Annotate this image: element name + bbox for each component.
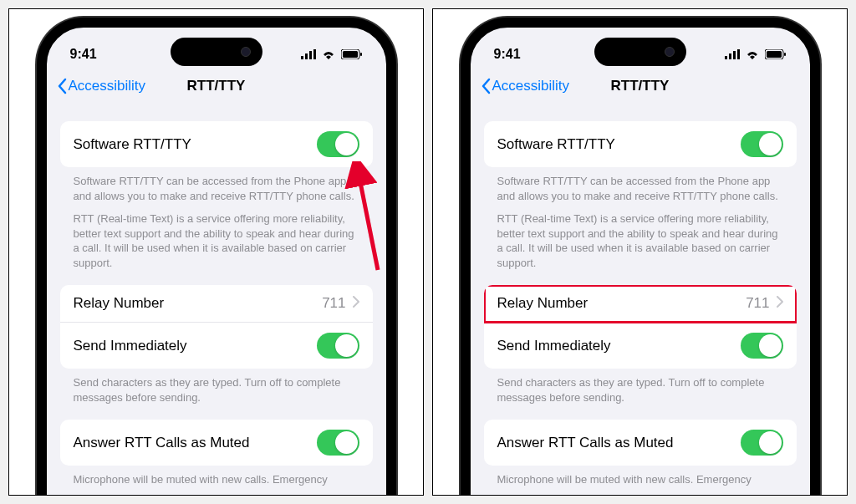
signal-icon — [301, 49, 316, 59]
dynamic-island — [594, 38, 686, 66]
relay-number-value: 711 — [322, 295, 345, 312]
battery-icon — [765, 49, 787, 59]
chevron-right-icon — [353, 296, 359, 311]
send-immediately-label: Send Immediately — [497, 338, 611, 354]
svg-rect-6 — [360, 53, 362, 56]
svg-rect-14 — [784, 53, 786, 56]
chevron-right-icon — [777, 296, 783, 311]
svg-rect-0 — [301, 56, 303, 59]
send-immediately-row[interactable]: Send Immediately — [60, 323, 373, 369]
software-rtt-row[interactable]: Software RTT/TTY — [484, 121, 797, 167]
send-immediately-label: Send Immediately — [74, 338, 187, 354]
relay-number-label: Relay Number — [74, 295, 165, 312]
chevron-left-icon — [481, 78, 491, 94]
svg-rect-13 — [767, 51, 782, 58]
svg-rect-1 — [305, 53, 308, 59]
relay-number-label: Relay Number — [497, 295, 588, 312]
time: 9:41 — [70, 47, 97, 62]
nav-bar: Accessibility RTT/TTY — [471, 69, 810, 106]
software-rtt-label: Software RTT/TTY — [497, 136, 615, 153]
relay-number-row[interactable]: Relay Number 711 — [484, 285, 797, 323]
answer-muted-footer: Microphone will be muted with new calls.… — [484, 466, 797, 487]
wifi-icon — [321, 49, 336, 59]
answer-muted-toggle[interactable] — [317, 430, 359, 456]
software-rtt-row[interactable]: Software RTT/TTY — [60, 121, 373, 167]
answer-muted-footer: Microphone will be muted with new calls.… — [60, 466, 373, 487]
chevron-left-icon — [57, 78, 67, 94]
time: 9:41 — [494, 47, 521, 62]
page-title: RTT/TTY — [187, 78, 246, 94]
svg-rect-2 — [309, 51, 312, 59]
dynamic-island — [171, 38, 262, 66]
send-immediately-toggle[interactable] — [741, 333, 783, 359]
software-rtt-toggle[interactable] — [741, 131, 783, 157]
software-rtt-toggle[interactable] — [317, 131, 359, 157]
svg-rect-10 — [733, 51, 736, 59]
signal-icon — [725, 49, 740, 59]
svg-rect-11 — [737, 49, 740, 59]
back-label: Accessibility — [69, 78, 146, 94]
software-rtt-label: Software RTT/TTY — [74, 136, 191, 153]
send-immediately-row[interactable]: Send Immediately — [484, 323, 797, 369]
back-button[interactable]: Accessibility — [481, 78, 570, 94]
wifi-icon — [745, 49, 760, 59]
svg-rect-9 — [729, 53, 731, 59]
back-button[interactable]: Accessibility — [57, 78, 146, 94]
answer-muted-row[interactable]: Answer RTT Calls as Muted — [484, 420, 797, 466]
relay-number-value: 711 — [746, 295, 769, 312]
svg-rect-3 — [313, 49, 316, 59]
phone-right: 9:41 Accessibility RTT/TTY Software RTT/… — [461, 18, 820, 496]
back-label: Accessibility — [492, 78, 570, 94]
svg-rect-5 — [343, 51, 358, 58]
send-immediately-footer: Send characters as they are typed. Turn … — [60, 369, 373, 405]
phone-left: 9:41 Accessibility RTT/TTY Software RTT/… — [37, 18, 396, 496]
software-rtt-footer: Software RTT/TTY can be accessed from th… — [484, 167, 797, 270]
page-title: RTT/TTY — [611, 78, 670, 94]
battery-icon — [341, 49, 363, 59]
answer-muted-label: Answer RTT Calls as Muted — [74, 435, 250, 451]
answer-muted-label: Answer RTT Calls as Muted — [497, 435, 674, 451]
send-immediately-toggle[interactable] — [317, 333, 359, 359]
nav-bar: Accessibility RTT/TTY — [47, 69, 386, 106]
answer-muted-toggle[interactable] — [741, 430, 783, 456]
answer-muted-row[interactable]: Answer RTT Calls as Muted — [60, 420, 373, 466]
send-immediately-footer: Send characters as they are typed. Turn … — [484, 369, 797, 405]
svg-rect-8 — [725, 56, 727, 59]
relay-number-row[interactable]: Relay Number 711 — [60, 285, 373, 323]
software-rtt-footer: Software RTT/TTY can be accessed from th… — [60, 167, 373, 270]
